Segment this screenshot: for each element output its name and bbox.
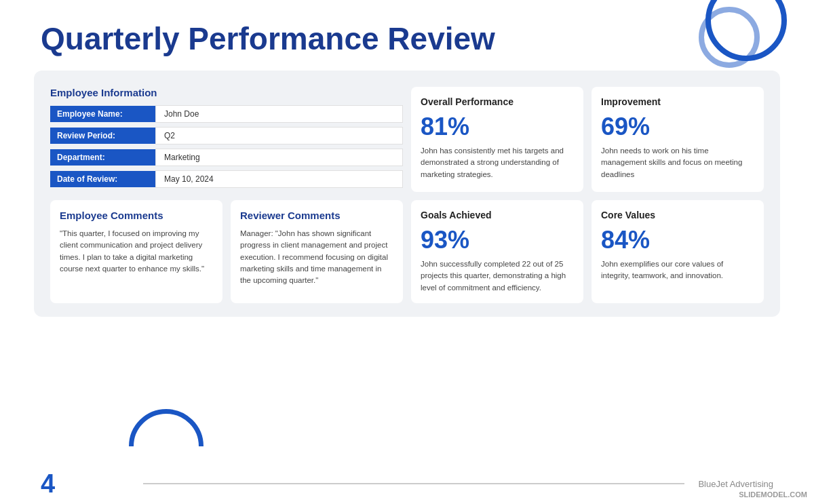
footer-line [143,483,684,484]
label-department: Department: [50,149,155,166]
info-row-date: Date of Review: May 10, 2024 [50,170,403,188]
footer: 4 BlueJet Advertising [0,463,814,504]
info-row-name: Employee Name: John Doe [50,105,403,123]
info-row-period: Review Period: Q2 [50,127,403,144]
improvement-section: Improvement 69% John needs to work on hi… [592,87,764,192]
core-values-title: Core Values [601,210,754,220]
goals-achieved-section: Goals Achieved 93% John successfully com… [411,200,583,303]
deco-circle-bottom [129,409,204,484]
value-review-period: Q2 [155,127,403,144]
employee-comments-heading: Employee Comments [60,210,213,221]
core-values-desc: John exemplifies our core values of inte… [601,258,754,282]
core-values-percent: 84% [601,226,754,254]
goals-achieved-desc: John successfully completed 22 out of 25… [421,258,574,294]
reviewer-comments-heading: Reviewer Comments [240,210,393,221]
watermark: SLIDEMODEL.COM [739,490,807,499]
footer-brand: BlueJet Advertising [698,479,773,489]
improvement-title: Improvement [601,96,754,107]
goals-achieved-title: Goals Achieved [421,210,574,220]
label-review-period: Review Period: [50,128,155,144]
value-employee-name: John Doe [155,105,403,123]
improvement-desc: John needs to work on his time managemen… [601,145,754,180]
goals-achieved-percent: 93% [421,226,574,254]
employee-info-section: Employee Information Employee Name: John… [50,87,403,192]
page-number: 4 [41,469,55,499]
improvement-percent: 69% [601,113,754,141]
core-values-section: Core Values 84% John exemplifies our cor… [592,200,764,303]
overall-performance-section: Overall Performance 81% John has consist… [411,87,583,192]
value-date-of-review: May 10, 2024 [155,170,403,188]
slide-container: Quarterly Performance Review Employee In… [0,0,814,504]
label-employee-name: Employee Name: [50,106,155,122]
info-row-department: Department: Marketing [50,149,403,166]
reviewer-comments-text: Manager: "John has shown significant pro… [240,228,393,286]
value-department: Marketing [155,149,403,166]
reviewer-comments-section: Reviewer Comments Manager: "John has sho… [231,200,403,303]
main-card: Employee Information Employee Name: John… [34,71,780,317]
employee-comments-section: Employee Comments "This quarter, I focus… [50,200,222,303]
label-date-of-review: Date of Review: [50,171,155,187]
overall-performance-percent: 81% [421,113,574,141]
overall-performance-desc: John has consistently met his targets an… [421,145,574,180]
page-title: Quarterly Performance Review [0,0,814,71]
overall-performance-title: Overall Performance [421,96,574,107]
employee-info-heading: Employee Information [50,87,403,98]
employee-comments-text: "This quarter, I focused on improving my… [60,228,213,275]
